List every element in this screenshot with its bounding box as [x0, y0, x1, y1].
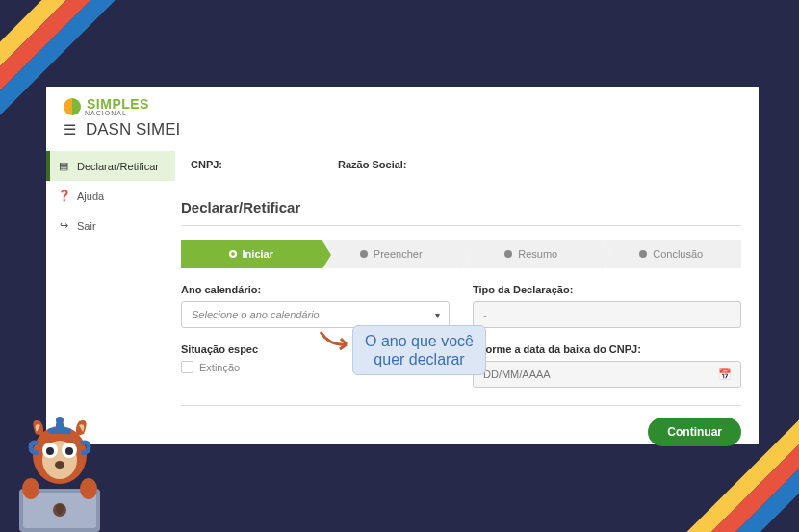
extincao-checkbox[interactable]: [181, 361, 193, 373]
annotation-line2: quer declarar: [365, 350, 474, 368]
step-label: Preencher: [374, 248, 423, 260]
logo-icon: [64, 98, 81, 115]
calendar-icon: 📅: [718, 368, 732, 381]
step-preencher[interactable]: Preencher: [322, 240, 462, 268]
help-icon: ❓: [58, 190, 69, 202]
step-label: Resumo: [518, 248, 557, 260]
step-dot-icon: [229, 250, 237, 258]
footer: Continuar: [181, 405, 741, 446]
step-dot-icon: [360, 250, 368, 258]
mascot-illustration: [2, 397, 117, 532]
info-bar: CNPJ: Razão Social:: [181, 145, 741, 184]
step-dot-icon: [504, 250, 512, 258]
svg-point-9: [55, 461, 64, 469]
data-input[interactable]: [473, 361, 741, 388]
tipo-display: -: [473, 301, 741, 328]
stepper: Iniciar Preencher Resumo Conclusão: [181, 240, 741, 268]
data-label: Informe a data da baixa do CNPJ:: [473, 343, 741, 355]
ano-label: Ano calendário:: [181, 284, 450, 295]
step-resumo[interactable]: Resumo: [461, 240, 602, 268]
step-label: Conclusão: [653, 248, 703, 260]
logo: SIMPLES NACIONAL: [64, 96, 741, 116]
svg-point-8: [65, 447, 73, 455]
sidebar-item-sair[interactable]: ↪ Sair: [46, 211, 175, 241]
step-label: Iniciar: [243, 248, 273, 260]
section-title: Declarar/Retificar: [181, 184, 741, 226]
cnpj-label: CNPJ:: [191, 159, 222, 170]
continue-button[interactable]: Continuar: [648, 418, 741, 446]
app-title: DASN SIMEI: [86, 120, 180, 139]
sidebar-item-label: Declarar/Retificar: [77, 161, 159, 172]
hamburger-icon[interactable]: ☰: [64, 121, 76, 139]
extincao-label: Extinção: [199, 362, 240, 373]
header: SIMPLES NACIONAL ☰ DASN SIMEI: [46, 87, 759, 145]
sidebar-item-declarar[interactable]: ▤ Declarar/Retificar: [46, 151, 175, 181]
tipo-label: Tipo da Declaração:: [473, 284, 741, 295]
logout-icon: ↪: [58, 219, 69, 232]
annotation-arrow-icon: [316, 327, 354, 356]
svg-point-14: [80, 478, 97, 499]
sidebar-item-label: Sair: [77, 220, 96, 232]
sidebar-item-label: Ajuda: [77, 190, 104, 202]
svg-point-7: [46, 447, 54, 455]
document-icon: ▤: [58, 160, 69, 172]
main-content: CNPJ: Razão Social: Declarar/Retificar I…: [175, 145, 759, 460]
svg-point-13: [22, 478, 39, 499]
ano-select[interactable]: Selecione o ano calendário: [181, 301, 450, 328]
razao-label: Razão Social:: [338, 159, 407, 170]
app-window: SIMPLES NACIONAL ☰ DASN SIMEI ▤ Declarar…: [46, 87, 759, 444]
step-iniciar[interactable]: Iniciar: [181, 240, 322, 268]
sidebar-item-ajuda[interactable]: ❓ Ajuda: [46, 181, 175, 211]
step-dot-icon: [639, 250, 647, 258]
annotation-callout: O ano que você quer declarar: [352, 325, 486, 375]
svg-point-12: [56, 417, 64, 424]
step-conclusao[interactable]: Conclusão: [602, 240, 742, 268]
annotation-line1: O ano que você: [365, 332, 474, 350]
